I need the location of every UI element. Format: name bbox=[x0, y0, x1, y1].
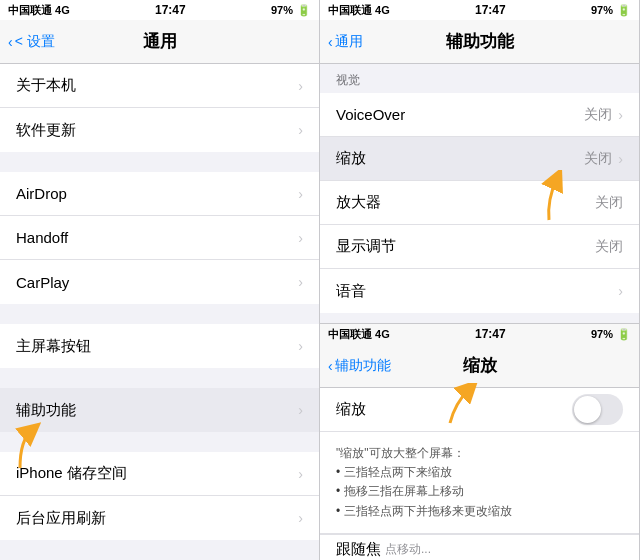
right-s2-time: 17:47 bbox=[475, 327, 506, 341]
right-s2-follow-focus[interactable]: 跟随焦 点移动... bbox=[320, 534, 639, 560]
right-s1-back-label: 通用 bbox=[335, 33, 363, 51]
left-item-iphone-storage[interactable]: iPhone 储存空间 › bbox=[0, 452, 319, 496]
left-status-bar: 中国联通 4G 17:47 97% 🔋 bbox=[0, 0, 319, 20]
right-s2-follow-focus-hint: 点移动... bbox=[385, 541, 431, 558]
left-panel: 中国联通 4G 17:47 97% 🔋 ‹ < 设置 通用 关于本机 › bbox=[0, 0, 320, 560]
left-item-accessibility[interactable]: 辅助功能 › bbox=[0, 388, 319, 432]
left-item-iphone-storage-chevron: › bbox=[298, 466, 303, 482]
right-arrow-zoom-toggle bbox=[440, 383, 500, 428]
right-s2-items: 缩放 bbox=[320, 388, 639, 432]
left-item-iphone-storage-label: iPhone 储存空间 bbox=[16, 464, 127, 483]
left-battery-icon: 🔋 bbox=[297, 4, 311, 17]
left-item-accessibility-label: 辅助功能 bbox=[16, 401, 76, 420]
right-s1-voiceover-chevron: › bbox=[618, 107, 623, 123]
right-s2-desc-intro: "缩放"可放大整个屏幕： bbox=[336, 444, 623, 463]
left-battery: 97% bbox=[271, 4, 293, 16]
right-s1-carrier: 中国联通 4G bbox=[328, 3, 390, 18]
right-s2-desc-bullet-2: 拖移三指在屏幕上移动 bbox=[336, 482, 623, 501]
right-s2-battery: 97% bbox=[591, 328, 613, 340]
right-s1-item-speech[interactable]: 语音 › bbox=[320, 269, 639, 313]
right-s1-voiceover-label: VoiceOver bbox=[336, 106, 405, 123]
left-item-carplay-label: CarPlay bbox=[16, 274, 69, 291]
right-s2-zoom-toggle-thumb bbox=[574, 396, 601, 423]
left-item-home-button-chevron: › bbox=[298, 338, 303, 354]
right-s1-display-adjust-label: 显示调节 bbox=[336, 237, 396, 256]
right-s1-back-chevron: ‹ bbox=[328, 34, 333, 50]
right-s1-battery-icon: 🔋 bbox=[617, 4, 631, 17]
left-item-background-refresh-label: 后台应用刷新 bbox=[16, 509, 106, 528]
right-s1-items: VoiceOver 关闭 › 缩放 关闭 › bbox=[320, 93, 639, 313]
left-section-storage: iPhone 储存空间 › 后台应用刷新 › bbox=[0, 452, 319, 540]
left-item-home-button-label: 主屏幕按钮 bbox=[16, 337, 91, 356]
right-s1-item-magnifier[interactable]: 放大器 关闭 bbox=[320, 181, 639, 225]
right-screen2-status-bar: 中国联通 4G 17:47 97% 🔋 bbox=[320, 324, 639, 344]
left-item-handoff[interactable]: Handoff › bbox=[0, 216, 319, 260]
left-section-sharing: AirDrop › Handoff › CarPlay › bbox=[0, 172, 319, 304]
right-s1-display-adjust-value: 关闭 bbox=[595, 238, 623, 256]
right-screen1-status-bar: 中国联通 4G 17:47 97% 🔋 bbox=[320, 0, 639, 20]
right-screen2-container: 中国联通 4G 17:47 97% 🔋 ‹ 辅助功能 缩放 bbox=[320, 323, 639, 560]
left-nav-title: 通用 bbox=[143, 30, 177, 53]
left-item-software-update-label: 软件更新 bbox=[16, 121, 76, 140]
right-s2-desc-bullet-3: 三指轻点两下并拖移来更改缩放 bbox=[336, 502, 623, 521]
right-s1-speech-label: 语音 bbox=[336, 282, 366, 301]
right-s2-zoom-toggle[interactable] bbox=[572, 394, 623, 425]
left-item-about[interactable]: 关于本机 › bbox=[0, 64, 319, 108]
left-item-background-refresh[interactable]: 后台应用刷新 › bbox=[0, 496, 319, 540]
right-s2-battery-icon: 🔋 bbox=[617, 328, 631, 341]
left-carrier: 中国联通 4G bbox=[8, 3, 70, 18]
left-item-accessibility-chevron: › bbox=[298, 402, 303, 418]
right-s1-zoom-label: 缩放 bbox=[336, 149, 366, 168]
right-s1-time: 17:47 bbox=[475, 3, 506, 17]
right-s1-nav-title: 辅助功能 bbox=[446, 30, 514, 53]
left-time: 17:47 bbox=[155, 3, 186, 17]
right-s2-back-chevron: ‹ bbox=[328, 358, 333, 374]
right-s2-zoom-toggle-label: 缩放 bbox=[336, 400, 366, 419]
left-section-accessibility: 辅助功能 › bbox=[0, 388, 319, 432]
right-s1-section-header: 视觉 bbox=[320, 64, 639, 93]
right-s1-speech-chevron: › bbox=[618, 283, 623, 299]
left-item-airdrop-chevron: › bbox=[298, 186, 303, 202]
right-s2-follow-focus-label: 跟随焦 bbox=[336, 540, 381, 559]
left-item-carplay-chevron: › bbox=[298, 274, 303, 290]
right-s1-zoom-value: 关闭 bbox=[584, 150, 612, 168]
right-s1-header-text: 视觉 bbox=[336, 73, 360, 87]
right-s1-item-zoom[interactable]: 缩放 关闭 › bbox=[320, 137, 639, 181]
right-s1-voiceover-value: 关闭 bbox=[584, 106, 612, 124]
left-section-system: 主屏幕按钮 › bbox=[0, 324, 319, 368]
left-item-airdrop[interactable]: AirDrop › bbox=[0, 172, 319, 216]
left-item-carplay[interactable]: CarPlay › bbox=[0, 260, 319, 304]
right-screen2-nav-bar: ‹ 辅助功能 缩放 bbox=[320, 344, 639, 388]
left-item-software-update[interactable]: 软件更新 › bbox=[0, 108, 319, 152]
right-screen1: 中国联通 4G 17:47 97% 🔋 ‹ 通用 辅助功能 视觉 Vo bbox=[320, 0, 639, 560]
left-item-about-label: 关于本机 bbox=[16, 76, 76, 95]
right-s1-magnifier-label: 放大器 bbox=[336, 193, 381, 212]
left-nav-bar: ‹ < 设置 通用 bbox=[0, 20, 319, 64]
right-panel: 中国联通 4G 17:47 97% 🔋 ‹ 通用 辅助功能 视觉 Vo bbox=[320, 0, 640, 560]
left-item-about-chevron: › bbox=[298, 78, 303, 94]
right-s2-desc-bullet-1: 三指轻点两下来缩放 bbox=[336, 463, 623, 482]
right-s1-magnifier-value: 关闭 bbox=[595, 194, 623, 212]
right-s1-zoom-chevron: › bbox=[618, 151, 623, 167]
right-screen1-nav-bar: ‹ 通用 辅助功能 bbox=[320, 20, 639, 64]
left-back-button[interactable]: ‹ < 设置 bbox=[8, 33, 55, 51]
left-item-software-update-chevron: › bbox=[298, 122, 303, 138]
left-item-home-button[interactable]: 主屏幕按钮 › bbox=[0, 324, 319, 368]
right-s2-nav-title: 缩放 bbox=[463, 354, 497, 377]
right-s1-battery: 97% bbox=[591, 4, 613, 16]
right-s1-item-display-adjust[interactable]: 显示调节 关闭 bbox=[320, 225, 639, 269]
left-item-airdrop-label: AirDrop bbox=[16, 185, 67, 202]
left-item-background-refresh-chevron: › bbox=[298, 510, 303, 526]
right-s2-back-button[interactable]: ‹ 辅助功能 bbox=[328, 357, 391, 375]
right-arrow-zoom bbox=[529, 170, 589, 222]
right-s2-carrier: 中国联通 4G bbox=[328, 327, 390, 342]
left-back-label: < 设置 bbox=[15, 33, 55, 51]
left-item-handoff-label: Handoff bbox=[16, 229, 68, 246]
right-s2-back-label: 辅助功能 bbox=[335, 357, 391, 375]
left-settings-list: 关于本机 › 软件更新 › AirDrop › Handoff bbox=[0, 64, 319, 560]
right-s1-back-button[interactable]: ‹ 通用 bbox=[328, 33, 363, 51]
right-s2-description: "缩放"可放大整个屏幕： 三指轻点两下来缩放 拖移三指在屏幕上移动 三指轻点两下… bbox=[320, 432, 639, 534]
right-s1-item-voiceover[interactable]: VoiceOver 关闭 › bbox=[320, 93, 639, 137]
left-item-handoff-chevron: › bbox=[298, 230, 303, 246]
left-section-top: 关于本机 › 软件更新 › bbox=[0, 64, 319, 152]
